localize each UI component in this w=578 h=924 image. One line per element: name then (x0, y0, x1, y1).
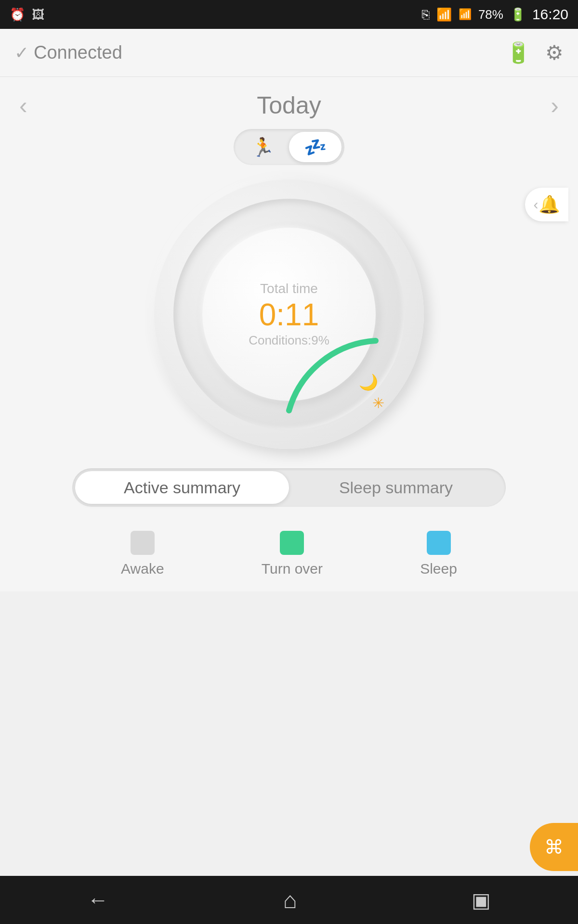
alarm-icon: ⏰ (10, 7, 25, 22)
summary-tabs: Active summary Sleep summary (72, 468, 506, 507)
bottom-nav: ← ⌂ ▣ (0, 876, 578, 924)
recent-button[interactable]: ▣ (472, 888, 491, 912)
total-time-label: Total time (260, 281, 318, 296)
legend-turnover: Turn over (262, 531, 323, 577)
bell-notification[interactable]: ‹ 🔔 (525, 188, 568, 221)
awake-label: Awake (121, 561, 164, 577)
bell-icon: 🔔 (539, 194, 560, 215)
status-time: 16:20 (532, 6, 568, 23)
sleep-label: Sleep (420, 561, 457, 577)
clock-ring: Total time 0:11 Conditions:9% (173, 199, 405, 430)
awake-dot (131, 531, 155, 555)
main-content: ‹ Today › 🏃 💤 12 3 6 9 Total time 0:11 C… (0, 77, 578, 591)
signal-icon: 📶 (459, 8, 472, 21)
tab-sleep-summary[interactable]: Sleep summary (289, 471, 503, 504)
activity-icon: 🏃 (251, 137, 274, 158)
clock-container: 12 3 6 9 Total time 0:11 Conditions:9% 🌙… (154, 180, 424, 449)
legend-sleep: Sleep (420, 531, 457, 577)
turnover-dot (280, 531, 304, 555)
battery-indicator-icon: 🔋 (506, 41, 531, 64)
legend-awake: Awake (121, 531, 164, 577)
active-summary-label: Active summary (124, 478, 240, 497)
battery-percent: 78% (478, 7, 503, 22)
bluetooth-icon: ⎘ (422, 7, 430, 22)
conditions-text: Conditions:9% (249, 333, 329, 348)
turnover-label: Turn over (262, 561, 323, 577)
nav-row: ‹ Today › (0, 91, 578, 119)
home-button[interactable]: ⌂ (283, 887, 297, 913)
wifi-icon: 📶 (436, 7, 452, 22)
top-bar-left: ✓ Connected (14, 42, 122, 63)
mode-toggle[interactable]: 🏃 💤 (234, 129, 344, 165)
battery-icon: 🔋 (510, 7, 525, 22)
share-button[interactable]: ⌘ (530, 823, 578, 871)
sun-icon: ✳ (372, 395, 384, 411)
image-icon: 🖼 (32, 7, 44, 22)
activity-mode-button[interactable]: 🏃 (236, 132, 289, 162)
bell-arrow-icon: ‹ (534, 196, 539, 213)
sleep-dot (427, 531, 451, 555)
back-button[interactable]: ← (87, 888, 108, 912)
prev-button[interactable]: ‹ (19, 91, 27, 119)
sleep-summary-label: Sleep summary (339, 478, 453, 497)
sleep-mode-button[interactable]: 💤 (289, 132, 342, 162)
settings-icon[interactable]: ⚙ (545, 41, 564, 64)
legend-row: Awake Turn over Sleep (72, 531, 506, 577)
top-bar-right: 🔋 ⚙ (506, 41, 564, 64)
moon-icon: 🌙 (359, 373, 378, 391)
clock-inner: Total time 0:11 Conditions:9% (202, 228, 376, 401)
tab-active-summary[interactable]: Active summary (75, 471, 289, 504)
connected-label: Connected (34, 42, 122, 63)
top-bar: ✓ Connected 🔋 ⚙ (0, 29, 578, 77)
next-button[interactable]: › (551, 91, 559, 119)
total-time-value: 0:11 (259, 299, 319, 330)
check-icon: ✓ (14, 43, 29, 63)
page-title: Today (257, 91, 321, 119)
share-icon: ⌘ (544, 836, 564, 858)
status-left-icons: ⏰ 🖼 (10, 7, 44, 22)
status-right-icons: ⎘ 📶 📶 78% 🔋 16:20 (422, 6, 568, 23)
status-bar: ⏰ 🖼 ⎘ 📶 📶 78% 🔋 16:20 (0, 0, 578, 29)
sleep-icon: 💤 (304, 137, 327, 158)
